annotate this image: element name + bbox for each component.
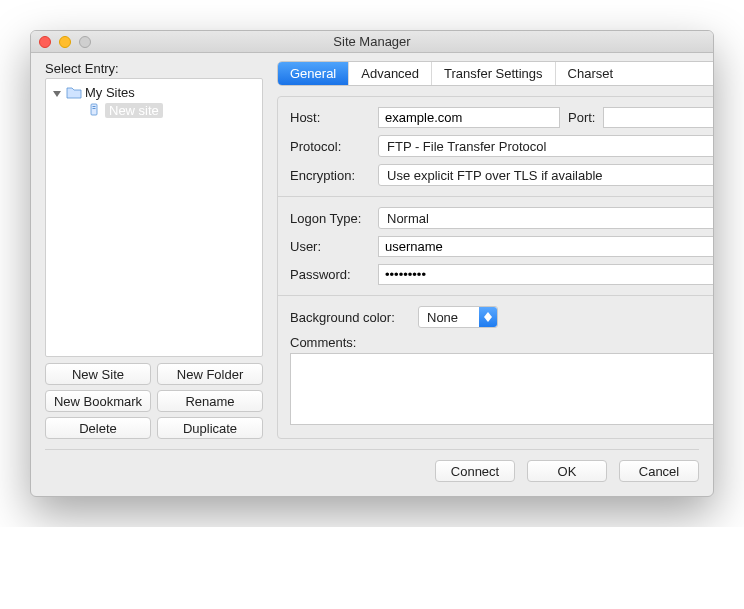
connect-button[interactable]: Connect — [435, 460, 515, 482]
delete-button[interactable]: Delete — [45, 417, 151, 439]
encryption-label: Encryption: — [290, 168, 370, 183]
encryption-value: Use explicit FTP over TLS if available — [387, 168, 603, 183]
svg-rect-3 — [93, 108, 96, 109]
svg-marker-0 — [53, 91, 61, 97]
rename-button[interactable]: Rename — [157, 390, 263, 412]
new-bookmark-button[interactable]: New Bookmark — [45, 390, 151, 412]
password-input[interactable] — [378, 264, 714, 285]
tab-general[interactable]: General — [278, 62, 349, 85]
protocol-label: Protocol: — [290, 139, 370, 154]
divider — [278, 295, 714, 296]
logon-type-select[interactable]: Normal — [378, 207, 714, 229]
divider — [278, 196, 714, 197]
tree-root-label: My Sites — [85, 85, 135, 100]
new-site-button[interactable]: New Site — [45, 363, 151, 385]
tab-advanced[interactable]: Advanced — [349, 62, 432, 85]
port-label: Port: — [568, 110, 595, 125]
dialog-footer: Connect OK Cancel — [45, 449, 699, 482]
host-label: Host: — [290, 110, 370, 125]
titlebar: Site Manager — [31, 31, 713, 53]
new-folder-button[interactable]: New Folder — [157, 363, 263, 385]
site-tree[interactable]: My Sites New site — [45, 78, 263, 357]
encryption-select[interactable]: Use explicit FTP over TLS if available — [378, 164, 714, 186]
tab-charset[interactable]: Charset — [556, 62, 626, 85]
chevron-updown-icon — [479, 307, 497, 327]
window-title: Site Manager — [31, 34, 713, 49]
server-icon — [86, 103, 102, 117]
bgcolor-value: None — [427, 310, 458, 325]
tab-bar: General Advanced Transfer Settings Chars… — [277, 61, 714, 86]
bgcolor-select[interactable]: None — [418, 306, 498, 328]
user-label: User: — [290, 239, 370, 254]
host-input[interactable] — [378, 107, 560, 128]
site-manager-window: Site Manager Select Entry: — [30, 30, 714, 497]
svg-marker-11 — [484, 317, 492, 322]
protocol-select[interactable]: FTP - File Transfer Protocol — [378, 135, 714, 157]
password-label: Password: — [290, 267, 370, 282]
comments-label: Comments: — [290, 335, 356, 350]
svg-rect-2 — [93, 106, 96, 107]
tree-item[interactable]: New site — [46, 101, 262, 119]
disclosure-triangle-icon[interactable] — [52, 87, 62, 97]
port-input[interactable] — [603, 107, 714, 128]
tab-transfer-settings[interactable]: Transfer Settings — [432, 62, 556, 85]
select-entry-label: Select Entry: — [45, 61, 263, 76]
duplicate-button[interactable]: Duplicate — [157, 417, 263, 439]
ok-button[interactable]: OK — [527, 460, 607, 482]
general-panel: Host: Port: Protocol: FTP - File Transfe… — [277, 96, 714, 439]
comments-textarea[interactable] — [290, 353, 714, 425]
user-input[interactable] — [378, 236, 714, 257]
logon-type-value: Normal — [387, 211, 429, 226]
logon-type-label: Logon Type: — [290, 211, 370, 226]
folder-icon — [66, 85, 82, 99]
svg-rect-1 — [91, 104, 97, 115]
tree-item-label: New site — [105, 103, 163, 118]
bgcolor-label: Background color: — [290, 310, 410, 325]
protocol-value: FTP - File Transfer Protocol — [387, 139, 546, 154]
cancel-button[interactable]: Cancel — [619, 460, 699, 482]
tree-root[interactable]: My Sites — [46, 83, 262, 101]
